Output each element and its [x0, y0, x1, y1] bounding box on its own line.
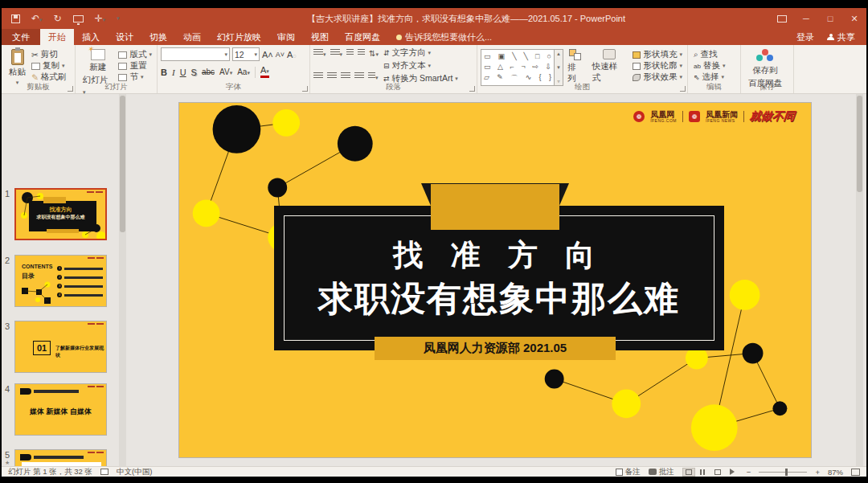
thumbnail-scrollbar[interactable] [119, 94, 126, 466]
decrease-indent-icon[interactable] [346, 49, 354, 58]
zoom-out-button[interactable]: − [747, 468, 751, 477]
slide-sorter-view-button[interactable] [697, 468, 710, 477]
slide-thumbnail-4[interactable]: 媒体 新媒体 自媒体 [14, 383, 107, 436]
decrease-font-icon[interactable]: A˅ [276, 51, 285, 59]
tab-baidu-netdisk[interactable]: 百度网盘 [337, 29, 388, 45]
text-direction-button[interactable]: ⇵文字方向▾ [383, 47, 458, 59]
select-button[interactable]: ⇖选择▾ [694, 72, 725, 83]
copy-button[interactable]: 复制▾ [31, 60, 66, 72]
normal-view-button[interactable] [682, 468, 695, 477]
undo-icon[interactable]: ↶▾ [31, 14, 43, 23]
shape-effects-icon [633, 74, 641, 81]
align-left-icon[interactable] [313, 72, 323, 81]
touch-mode-icon[interactable]: ✛▾ [95, 14, 106, 23]
paragraph-dialog-launcher[interactable] [469, 86, 475, 92]
tab-file[interactable]: 文件 [2, 29, 40, 45]
shape-fill-button[interactable]: 形状填充▾ [633, 49, 682, 60]
drawing-dialog-launcher[interactable] [680, 86, 686, 92]
share-button[interactable]: 共享 [827, 31, 855, 43]
arrange-button[interactable]: 排列 [563, 47, 588, 86]
fit-to-window-icon[interactable] [851, 469, 860, 476]
columns-icon[interactable]: ▾ [368, 72, 379, 81]
layout-button[interactable]: 版式▾ [118, 49, 152, 60]
sign-in-link[interactable]: 登录 [796, 31, 814, 43]
person-icon [827, 34, 834, 41]
find-button[interactable]: ⌕查找 [694, 49, 725, 60]
slide-canvas[interactable]: ❁ 凤凰网IFENG.COM ❁ 凤凰新闻IFENG NEWS 就做不同 找 准… [178, 102, 812, 458]
increase-indent-icon[interactable] [358, 49, 365, 58]
minimize-button[interactable]: ─ [794, 8, 818, 29]
subtitle-banner[interactable]: 凤凰网人力资源部 2021.05 [375, 337, 616, 360]
strikethrough-button[interactable]: abc [202, 68, 215, 76]
reset-button[interactable]: 重置 [118, 60, 152, 72]
tab-animations[interactable]: 动画 [175, 29, 209, 45]
tab-review[interactable]: 审阅 [269, 29, 303, 45]
ifeng-logo-text: 凤凰网 [650, 111, 677, 119]
ribbon-display-options-button[interactable] [770, 8, 794, 29]
format-painter-button[interactable]: ✎格式刷 [31, 72, 66, 83]
shape-effects-button[interactable]: 形状效果▾ [633, 72, 682, 83]
editor-scrollbar[interactable] [856, 94, 863, 466]
tab-view[interactable]: 视图 [303, 29, 337, 45]
quick-styles-button[interactable]: 快速样式 [588, 47, 630, 85]
shapes-gallery-scroll[interactable]: ▲▼▿ [555, 49, 563, 86]
slide-thumbnail-1[interactable]: 找准方向 求职没有想象中那么难 [14, 188, 107, 240]
font-dialog-launcher[interactable] [302, 86, 308, 92]
zoom-slider[interactable] [759, 472, 807, 473]
slide-thumbnail-3[interactable]: 01 了解新媒体行业发展现状 [14, 321, 107, 373]
workspace: 1 找准方向 求职没有想象中那么难 2 CONTENTS [2, 94, 866, 466]
tab-home[interactable]: 开始 [40, 29, 74, 45]
underline-button[interactable]: U [180, 68, 186, 77]
language-indicator[interactable]: 中文(中国) [117, 467, 152, 477]
slide-title-line2[interactable]: 求职没有想象中那么难 [258, 276, 740, 322]
font-color-button[interactable]: A▾ [260, 66, 269, 78]
clipboard-dialog-launcher[interactable] [68, 86, 73, 92]
text-shadow-button[interactable]: S [191, 68, 197, 77]
comments-button[interactable]: 批注 [649, 467, 674, 477]
tell-me-box[interactable]: 告诉我您想要做什么... [388, 29, 500, 45]
slide-title-line1[interactable]: 找 准 方 向 [274, 235, 724, 276]
replace-button[interactable]: ab替换▾ [694, 60, 725, 72]
section-button[interactable]: 节▾ [118, 72, 152, 83]
char-spacing-button[interactable]: AV▾ [219, 68, 232, 76]
baidu-netdisk-icon [756, 49, 774, 62]
qat-customize-icon[interactable]: ▾ [117, 15, 120, 22]
zoom-level[interactable]: 87% [828, 468, 843, 477]
font-size-combo[interactable]: 12▾ [232, 47, 260, 61]
align-text-button[interactable]: ⊟对齐文本▾ [383, 60, 458, 72]
tab-design[interactable]: 设计 [108, 29, 141, 45]
slideshow-view-button[interactable] [726, 468, 739, 477]
bullets-icon[interactable]: ▾ [313, 49, 326, 58]
increase-font-icon[interactable]: A˄ [262, 50, 273, 59]
shape-outline-button[interactable]: 形状轮廓▾ [633, 60, 682, 72]
notes-button[interactable]: 备注 [616, 467, 641, 477]
align-center-icon[interactable] [327, 72, 337, 81]
align-right-icon[interactable] [341, 72, 350, 81]
clear-format-icon[interactable]: A◌ [287, 50, 297, 59]
spellcheck-icon[interactable] [100, 469, 108, 475]
tab-insert[interactable]: 插入 [74, 29, 108, 45]
change-case-button[interactable]: Aa▾ [237, 68, 250, 76]
tab-slideshow[interactable]: 幻灯片放映 [209, 29, 269, 45]
font-name-combo[interactable]: ▾ [161, 47, 230, 61]
tab-transitions[interactable]: 切换 [141, 29, 175, 45]
close-button[interactable]: ✕ [842, 8, 866, 29]
zoom-in-button[interactable]: + [815, 468, 820, 477]
slide-thumbnail-5[interactable] [14, 449, 107, 466]
italic-button[interactable]: I [172, 68, 175, 77]
numbering-icon[interactable]: ▾ [330, 49, 343, 58]
reading-view-button[interactable] [711, 468, 724, 477]
bold-button[interactable]: B [161, 68, 167, 77]
redo-icon[interactable]: ↻ [54, 14, 62, 23]
save-icon[interactable] [11, 14, 20, 23]
zoom-slider-handle[interactable] [785, 469, 788, 476]
start-slideshow-icon[interactable] [73, 15, 84, 23]
maximize-button[interactable]: □ [818, 8, 842, 29]
slide-thumbnail-2[interactable]: CONTENTS 目录 1 2 3 4 [14, 255, 107, 307]
line-spacing-icon[interactable]: ⇅▾ [369, 49, 379, 58]
shapes-gallery[interactable]: ▭▣╲╲□○ ▭△⌐¬⇨⇩ ▱✎⌒∿{} [481, 49, 555, 86]
cut-button[interactable]: ✂ 剪切 [31, 49, 66, 60]
justify-icon[interactable] [354, 72, 364, 81]
brand-logos: ❁ 凤凰网IFENG.COM ❁ 凤凰新闻IFENG NEWS 就做不同 [633, 109, 795, 124]
thumb-number: 3 [5, 321, 14, 331]
